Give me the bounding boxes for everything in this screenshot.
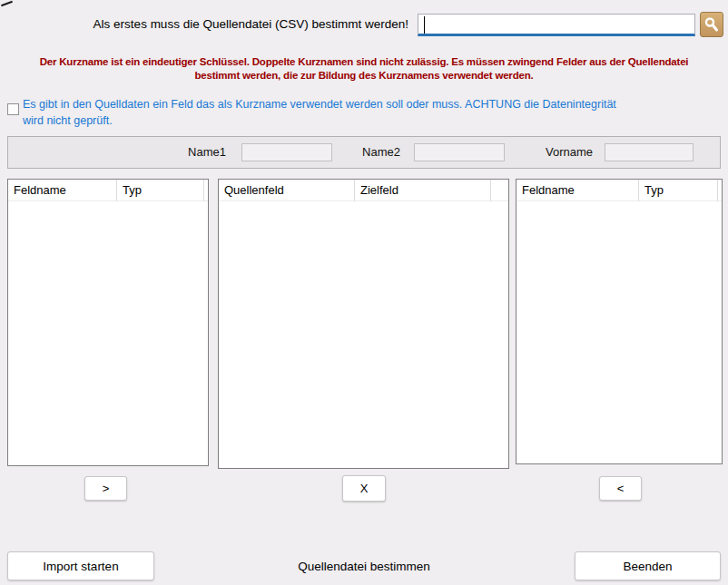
source-fields-list[interactable]: Feldname Typ xyxy=(7,179,209,466)
move-right-button[interactable]: > xyxy=(84,476,127,501)
mapping-body[interactable] xyxy=(219,201,508,468)
name1-label: Name1 xyxy=(135,145,226,159)
kurzname-checkbox[interactable] xyxy=(7,103,19,115)
column-header-typ[interactable]: Typ xyxy=(117,180,204,201)
mapping-list[interactable]: Quellenfeld Zielfeld xyxy=(218,179,509,469)
text-caret xyxy=(424,16,425,34)
source-fields-header: Feldname Typ xyxy=(8,180,208,201)
move-left-button[interactable]: < xyxy=(599,476,642,501)
kurzname-note-text: Es gibt in den Quelldaten ein Feld das a… xyxy=(23,97,720,129)
quit-button[interactable]: Beenden xyxy=(575,551,721,580)
target-fields-list[interactable]: Feldname Typ xyxy=(516,179,723,464)
column-header-feldname-right[interactable]: Feldname xyxy=(516,180,639,201)
source-file-instruction-label: Als erstes muss die Quellendatei (CSV) b… xyxy=(0,17,408,31)
vorname-label: Vorname xyxy=(489,145,593,159)
browse-file-button[interactable] xyxy=(700,12,723,37)
source-fields-body[interactable] xyxy=(8,201,208,465)
key-warning-line1: Der Kurzname ist ein eindeutiger Schlüss… xyxy=(5,55,723,69)
mapping-header: Quellenfeld Zielfeld xyxy=(219,180,508,201)
target-fields-header: Feldname Typ xyxy=(516,180,722,201)
remove-mapping-button[interactable]: X xyxy=(342,475,386,502)
name-fields-panel: Name1 Name2 Vorname xyxy=(7,136,721,169)
column-header-feldname[interactable]: Feldname xyxy=(8,180,117,201)
vorname-field[interactable] xyxy=(605,143,694,161)
column-header-quellenfeld[interactable]: Quellenfeld xyxy=(219,180,355,201)
column-header-zielfeld[interactable]: Zielfeld xyxy=(355,180,491,201)
target-fields-body[interactable] xyxy=(516,201,722,463)
name2-label: Name2 xyxy=(310,145,400,159)
corner-artifact xyxy=(1,1,13,6)
kurzname-note-line1: Es gibt in den Quelldaten ein Feld das a… xyxy=(23,97,720,113)
key-warning-text: Der Kurzname ist ein eindeutiger Schlüss… xyxy=(5,55,723,82)
magnifier-icon xyxy=(703,16,720,33)
source-file-input[interactable] xyxy=(418,14,695,36)
key-warning-line2: bestimmt werden, die zur Bildung des Kur… xyxy=(5,69,723,83)
column-header-typ-right[interactable]: Typ xyxy=(639,180,718,201)
kurzname-note-line2: wird nicht geprüft. xyxy=(23,113,720,130)
